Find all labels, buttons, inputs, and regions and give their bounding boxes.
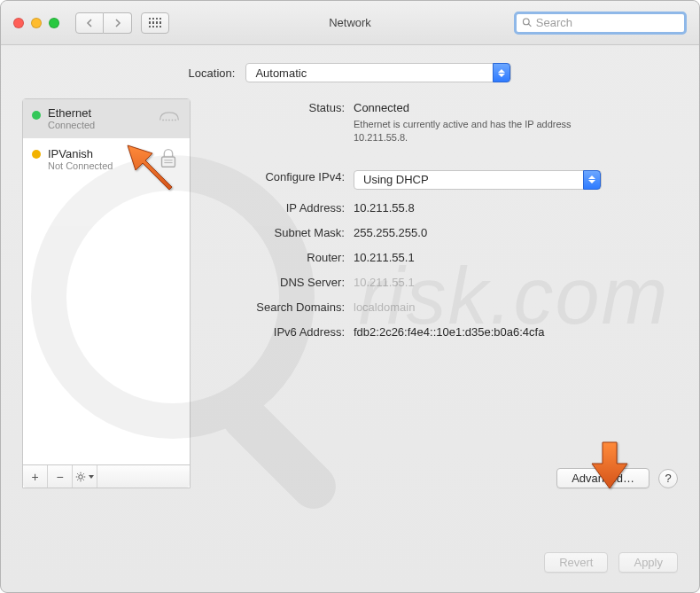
search-domains-value: localdomain (354, 298, 678, 314)
window-controls (13, 18, 59, 28)
advanced-button[interactable]: Advanced… (556, 468, 649, 488)
interface-actions-menu[interactable] (73, 465, 97, 488)
location-label: Location: (189, 66, 236, 80)
back-button[interactable] (75, 12, 104, 34)
svg-line-17 (77, 479, 78, 480)
status-value: Connected (354, 101, 678, 114)
location-row: Location: Automatic (22, 63, 678, 82)
configure-ipv4-label: Configure IPv4: (203, 168, 354, 183)
svg-point-2 (162, 120, 164, 121)
svg-line-1 (528, 24, 531, 27)
location-select[interactable]: Automatic (245, 63, 511, 82)
show-all-button[interactable] (141, 12, 169, 34)
close-window-button[interactable] (13, 18, 24, 28)
subnet-mask-label: Subnet Mask: (203, 223, 354, 239)
configure-ipv4-value: Using DHCP (363, 173, 429, 186)
interface-name: IPVanish (48, 147, 113, 160)
svg-point-4 (168, 120, 170, 121)
router-value: 10.211.55.1 (354, 248, 678, 264)
location-value: Automatic (255, 66, 307, 80)
window-body: Location: Automatic Ethernet Connected (1, 45, 699, 592)
apply-button[interactable]: Apply (618, 552, 678, 573)
ipv6-address-label: IPv6 Address: (203, 323, 354, 339)
sidebar-footer: + − (23, 464, 190, 488)
svg-rect-7 (162, 157, 175, 167)
chevron-left-icon (85, 19, 94, 27)
advanced-row: Advanced… ? (556, 468, 678, 488)
ip-address-label: IP Address: (203, 199, 354, 215)
dns-server-value: 10.211.55.1 (354, 273, 678, 289)
router-label: Router: (203, 248, 354, 264)
add-interface-button[interactable]: + (23, 465, 48, 488)
ipv6-address-value: fdb2:2c26:f4e4::10e1:d35e:b0a6:4cfa (354, 323, 678, 339)
status-description: Ethernet is currently active and has the… (354, 118, 619, 144)
stepper-icon (493, 63, 510, 82)
minus-icon: − (56, 471, 63, 483)
lock-icon (156, 145, 181, 173)
svg-point-10 (79, 474, 83, 479)
chevron-down-icon (89, 475, 94, 479)
dns-server-label: DNS Server: (203, 273, 354, 289)
search-field-wrap[interactable] (514, 12, 687, 35)
titlebar: Network (1, 1, 699, 45)
advanced-button-label: Advanced… (572, 472, 634, 485)
svg-line-18 (83, 473, 84, 474)
interface-status: Not Connected (48, 160, 113, 171)
help-button[interactable]: ? (658, 469, 678, 488)
sidebar-item-ipvanish[interactable]: IPVanish Not Connected (23, 138, 190, 181)
interface-detail: Status: Connected Ethernet is currently … (203, 98, 678, 488)
chevron-right-icon (113, 19, 122, 27)
svg-point-6 (175, 120, 176, 121)
zoom-window-button[interactable] (49, 18, 59, 28)
status-dot-notconnected-icon (32, 150, 41, 159)
minimize-window-button[interactable] (31, 18, 42, 28)
ip-address-value: 10.211.55.8 (354, 199, 678, 215)
svg-line-15 (77, 473, 78, 474)
svg-point-0 (523, 19, 529, 25)
search-domains-label: Search Domains: (203, 298, 354, 314)
search-input[interactable] (536, 16, 679, 29)
interface-status: Connected (48, 120, 95, 130)
help-icon: ? (665, 472, 671, 485)
status-label: Status: (203, 98, 354, 114)
svg-point-3 (166, 120, 167, 121)
interface-list: Ethernet Connected (22, 98, 191, 488)
svg-line-16 (83, 479, 84, 480)
ethernet-icon (158, 107, 181, 129)
revert-button-label: Revert (559, 556, 593, 569)
columns: Ethernet Connected (22, 98, 678, 488)
footer-buttons: Revert Apply (544, 552, 678, 573)
status-dot-connected-icon (32, 111, 41, 120)
interface-name: Ethernet (48, 106, 95, 120)
gear-icon (75, 472, 86, 482)
subnet-mask-value: 255.255.255.0 (354, 223, 678, 239)
network-preferences-window: Network Location: Automatic (0, 0, 700, 593)
configure-ipv4-select[interactable]: Using DHCP (354, 170, 602, 190)
apply-button-label: Apply (634, 556, 663, 569)
revert-button[interactable]: Revert (544, 552, 608, 573)
remove-interface-button[interactable]: − (48, 465, 73, 488)
forward-button[interactable] (104, 12, 132, 34)
search-icon (522, 17, 533, 28)
plus-icon: + (31, 471, 38, 483)
nav-back-forward (75, 12, 132, 34)
grid-icon (149, 18, 162, 27)
stepper-icon (583, 170, 601, 190)
sidebar-item-ethernet[interactable]: Ethernet Connected (23, 99, 190, 138)
svg-point-5 (172, 120, 174, 121)
